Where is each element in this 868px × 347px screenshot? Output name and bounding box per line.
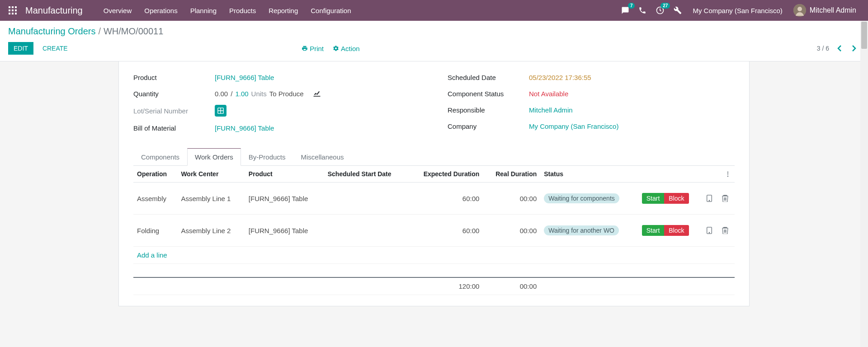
qty-todo[interactable]: 1.00 [235,90,248,98]
svg-point-11 [797,7,802,11]
qty-unit: Units [251,90,267,98]
menu-configuration[interactable]: Configuration [304,0,357,21]
tab-by-products[interactable]: By-Products [241,148,293,166]
avatar [793,4,806,17]
columns-options-icon[interactable]: ⋮ [725,170,731,178]
control-panel: Manufacturing Orders / WH/MO/00011 EDIT … [0,21,868,61]
tablet-icon[interactable] [706,220,715,242]
print-icon [302,45,308,52]
form-sheet: Product [FURN_9666] Table Quantity 0.00 … [118,61,750,306]
totals-row: 120:00 00:00 [133,277,735,295]
pager-next[interactable] [849,43,860,54]
svg-rect-0 [9,6,10,8]
quantity-label: Quantity [133,90,215,98]
col-scheduled-start[interactable]: Scheduled Start Date [324,166,408,183]
start-button[interactable]: Start [642,225,665,236]
tab-components[interactable]: Components [133,148,187,166]
tab-work-orders[interactable]: Work Orders [187,148,241,166]
qty-state: To Produce [269,90,304,98]
company-value[interactable]: My Company (San Francisco) [529,122,735,130]
forecast-icon[interactable] [313,90,321,97]
table-row[interactable]: FoldingAssembly Line 2[FURN_9666] Table6… [133,215,735,247]
create-button[interactable]: CREATE [37,42,73,55]
cell-real-duration: 00:00 [483,215,540,247]
start-button[interactable]: Start [642,193,665,204]
user-menu[interactable]: Mitchell Admin [789,4,861,17]
svg-point-16 [709,232,709,233]
menu-operations[interactable]: Operations [138,0,184,21]
col-status[interactable]: Status [540,166,638,183]
delete-icon[interactable] [722,188,731,210]
svg-rect-1 [12,6,14,8]
svg-rect-3 [9,9,10,11]
cell-work-center: Assembly Line 2 [177,215,245,247]
svg-point-14 [709,200,709,201]
edit-button[interactable]: EDIT [8,42,33,55]
product-label: Product [133,74,215,81]
cell-scheduled-start [324,215,408,247]
svg-rect-4 [12,9,14,11]
svg-rect-6 [9,13,10,14]
col-expected-duration[interactable]: Expected Duration [408,166,483,183]
navbar: Manufacturing Overview Operations Planni… [0,0,868,21]
menu-overview[interactable]: Overview [97,0,138,21]
cell-operation: Assembly [133,183,177,215]
cell-product: [FURN_9666] Table [245,183,324,215]
table-row[interactable]: AssemblyAssembly Line 1[FURN_9666] Table… [133,183,735,215]
lot-assign-button[interactable] [215,105,226,117]
menu-products[interactable]: Products [223,0,262,21]
menu-planning[interactable]: Planning [184,0,223,21]
activity-icon[interactable]: 27 [651,0,669,21]
pager-counter[interactable]: 3 / 6 [817,45,829,52]
svg-rect-2 [15,6,17,8]
cell-scheduled-start [324,183,408,215]
tools-icon[interactable] [669,0,686,21]
apps-icon[interactable] [7,5,18,16]
action-button[interactable]: Action [333,45,360,52]
component-status-label: Component Status [448,90,529,98]
qty-done: 0.00 [215,90,228,98]
scheduled-date-value: 05/23/2022 17:36:55 [529,74,735,81]
col-work-center[interactable]: Work Center [177,166,245,183]
phone-icon[interactable] [634,0,651,21]
col-product[interactable]: Product [245,166,324,183]
responsible-label: Responsible [448,106,529,114]
lot-label: Lot/Serial Number [133,107,215,115]
breadcrumb-parent[interactable]: Manufacturing Orders [8,26,95,37]
breadcrumb-current: WH/MO/00011 [104,26,163,37]
add-line-button[interactable]: Add a line [137,251,167,259]
cell-real-duration: 00:00 [483,183,540,215]
work-orders-table: Operation Work Center Product Scheduled … [133,166,735,295]
block-button[interactable]: Block [664,193,689,204]
responsible-value[interactable]: Mitchell Admin [529,106,735,114]
activity-badge: 27 [660,3,670,9]
bom-label: Bill of Material [133,124,215,132]
col-real-duration[interactable]: Real Duration [483,166,540,183]
cell-operation: Folding [133,215,177,247]
breadcrumb: Manufacturing Orders / WH/MO/00011 [8,26,860,37]
product-value[interactable]: [FURN_9666] Table [215,74,420,81]
pager-prev[interactable] [834,43,844,54]
print-button[interactable]: Print [302,45,324,52]
cell-work-center: Assembly Line 1 [177,183,245,215]
status-badge: Waiting for components [544,193,619,203]
menu-reporting[interactable]: Reporting [262,0,304,21]
company-selector[interactable]: My Company (San Francisco) [686,7,788,14]
svg-rect-7 [12,13,14,14]
brand-title[interactable]: Manufacturing [25,5,83,16]
messaging-icon[interactable]: 7 [617,0,634,21]
cell-expected-duration: 60:00 [408,215,483,247]
bom-value[interactable]: [FURN_9666] Table [215,124,420,132]
scrollbar[interactable] [860,21,868,306]
svg-rect-5 [15,9,17,11]
pager: 3 / 6 [817,43,860,54]
block-button[interactable]: Block [664,225,689,236]
col-operation[interactable]: Operation [133,166,177,183]
scheduled-date-label: Scheduled Date [448,74,529,81]
company-label: Company [448,122,529,130]
tablet-icon[interactable] [706,188,715,210]
component-status-value: Not Available [529,90,735,98]
cell-product: [FURN_9666] Table [245,215,324,247]
delete-icon[interactable] [722,220,731,242]
tab-miscellaneous[interactable]: Miscellaneous [293,148,352,166]
